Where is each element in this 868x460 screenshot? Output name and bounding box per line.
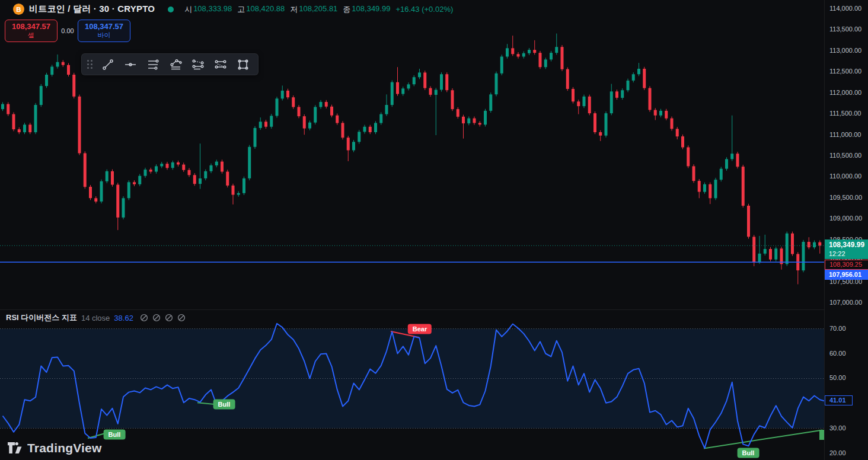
- rsi-action-icons: [140, 314, 186, 322]
- axis-tick: 20.00: [829, 449, 846, 456]
- last-price-badge: 108,349.99 12:22: [825, 239, 868, 259]
- axis-tick: 112,500.00: [829, 68, 861, 75]
- parallel-lines-icon[interactable]: [143, 56, 162, 73]
- axis-tick: 113,000.00: [829, 47, 861, 54]
- rsi-title[interactable]: RSI 다이버전스 지표: [6, 312, 77, 323]
- bar-countdown: 12:22: [829, 250, 868, 258]
- axis-tick: 114,000.00: [829, 5, 861, 12]
- tradingview-logo[interactable]: TradingView: [7, 440, 102, 455]
- bitcoin-icon: B: [13, 4, 24, 15]
- axis-tick: 110,500.00: [829, 152, 861, 159]
- spread-value: 0.00: [58, 27, 78, 34]
- axis-tick: 112,000.00: [829, 89, 861, 96]
- axis-tick: 107,000.00: [829, 299, 862, 306]
- buy-price: 108,347.57: [85, 23, 123, 31]
- drawing-toolbar: [81, 53, 259, 75]
- axis-tick: 50.00: [829, 374, 846, 381]
- axis-tick: 113,500.00: [829, 25, 861, 33]
- market-status-icon[interactable]: [168, 7, 174, 12]
- toolbar-drag-handle[interactable]: [87, 60, 92, 69]
- rsi-chart-canvas[interactable]: [0, 309, 824, 460]
- svg-text:B: B: [16, 6, 21, 13]
- close-value: 108,349.99: [352, 4, 390, 15]
- sell-label: 셀: [28, 31, 34, 39]
- ohlc-row: 시108,333.98 고108,420.88 저108,205.81 종108…: [184, 4, 453, 15]
- axis-tick: 110,000.00: [829, 172, 861, 180]
- price-axis[interactable]: 108,349.99 12:22 108,309.25 107,956.01 4…: [824, 0, 868, 460]
- trade-panel: 108,347.57 셀 0.00 108,347.57 바이: [5, 20, 130, 42]
- hline-price-badge: 107,956.01: [825, 270, 868, 280]
- axis-tick: 30.00: [829, 424, 846, 432]
- tradingview-logo-text: TradingView: [27, 441, 102, 455]
- bid-price-badge: 108,309.25: [825, 260, 868, 270]
- open-value: 108,333.98: [193, 4, 232, 15]
- channel-dotted-icon[interactable]: [189, 56, 208, 73]
- polyline-levels-icon[interactable]: [166, 56, 185, 73]
- axis-tick: 109,500.00: [829, 194, 862, 201]
- hidden-plot-icon[interactable]: [165, 314, 173, 322]
- axis-tick: 111,500.00: [829, 110, 861, 117]
- rectangle-icon[interactable]: [234, 56, 253, 73]
- open-label: 시: [184, 4, 192, 15]
- hidden-plot-icon[interactable]: [152, 314, 161, 322]
- low-label: 저: [290, 4, 298, 15]
- high-value: 108,420.88: [246, 4, 285, 15]
- axis-tick: 109,000.00: [829, 215, 862, 222]
- hidden-plot-icon[interactable]: [177, 314, 186, 322]
- close-label: 종: [343, 4, 350, 15]
- buy-button[interactable]: 108,347.57 바이: [78, 20, 130, 42]
- tradingview-logo-icon: [7, 440, 23, 455]
- price-chart-canvas[interactable]: [0, 0, 824, 309]
- rsi-params: 14 close: [81, 314, 110, 322]
- axis-tick: 70.00: [829, 325, 846, 332]
- buy-label: 바이: [98, 31, 111, 39]
- flat-channel-dotted-icon[interactable]: [211, 56, 230, 73]
- last-price: 108,349.99: [829, 241, 868, 250]
- hidden-plot-icon[interactable]: [140, 314, 148, 322]
- symbol-title[interactable]: 비트코인 / 달러 · 30 · CRYPTO: [29, 4, 155, 15]
- rsi-value-badge: 41.01: [825, 395, 853, 405]
- high-label: 고: [237, 4, 245, 15]
- change-value: +16.43 (+0.02%): [395, 5, 453, 14]
- axis-tick: 60.00: [829, 350, 846, 357]
- sell-price: 108,347.57: [12, 23, 50, 31]
- trading-chart-app: B 비트코인 / 달러 · 30 · CRYPTO 시108,333.98 고1…: [0, 0, 868, 460]
- low-value: 108,205.81: [299, 4, 337, 15]
- axis-tick: 111,000.00: [829, 131, 861, 138]
- symbol-header: B 비트코인 / 달러 · 30 · CRYPTO 시108,333.98 고1…: [13, 4, 453, 15]
- rsi-value: 38.62: [114, 314, 133, 322]
- trend-line-icon[interactable]: [98, 56, 117, 73]
- horizontal-line-icon[interactable]: [121, 56, 140, 73]
- rsi-header: RSI 다이버전스 지표 14 close 38.62: [6, 312, 186, 323]
- sell-button[interactable]: 108,347.57 셀: [5, 20, 58, 42]
